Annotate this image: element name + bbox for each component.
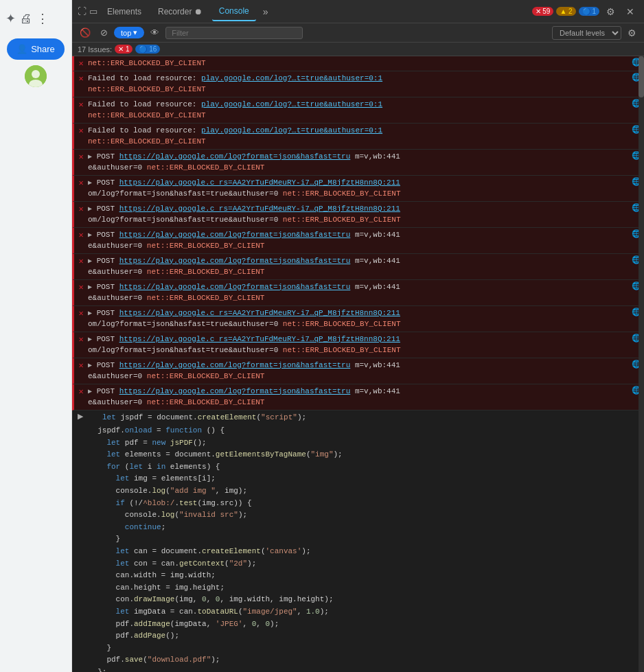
code-line: } xyxy=(72,642,644,655)
error-icon: ✕ xyxy=(78,178,83,188)
code-line: console.log("invalid src"); xyxy=(72,509,644,522)
console-content[interactable]: ✕ net::ERR_BLOCKED_BY_CLIENT 🌐 ✕ Failed … xyxy=(72,56,644,672)
warn-count-badge: ▲ 2 xyxy=(556,7,575,16)
code-line: let can = document.createElement('canvas… xyxy=(72,546,644,558)
code-line: for (let i in elements) { xyxy=(72,461,644,474)
print-icon[interactable]: 🖨 xyxy=(20,12,32,26)
table-row: ✕ ▶ POST https://play.google.com/log?for… xyxy=(72,280,644,306)
close-devtools-icon[interactable]: ✕ xyxy=(622,3,639,20)
code-line: let elements = document.getElementsByTag… xyxy=(72,449,644,461)
error-count-badge: ✕ 59 xyxy=(532,7,554,16)
table-row: ✕ ▶ POST https://play.google.com/log?for… xyxy=(72,150,644,176)
settings-icon[interactable]: ⚙ xyxy=(602,3,619,20)
table-row: ✕ ▶ POST https://play.google.c rs=AA2YrT… xyxy=(72,332,644,358)
devtools-mobile-icon[interactable]: ▭ xyxy=(89,6,97,16)
svg-point-1 xyxy=(32,70,40,78)
expand-icon[interactable]: ▶ xyxy=(75,412,86,421)
issues-label: 17 Issues: xyxy=(78,45,112,54)
error-icon: ✕ xyxy=(78,308,83,318)
table-row: ✕ ▶ POST https://play.google.c rs=AA2YrT… xyxy=(72,306,644,332)
table-row: ✕ ▶ POST https://play.google.com/log?for… xyxy=(72,254,644,280)
code-line: pdf.save("download.pdf"); xyxy=(72,654,644,667)
code-line: let jspdf = document.createElement("scri… xyxy=(86,412,309,424)
table-row: ✕ ▶ POST https://play.google.com/log?for… xyxy=(72,384,644,410)
error-icon: ✕ xyxy=(78,256,83,266)
info-count-badge: 🔵 1 xyxy=(579,7,599,16)
error-icon: ✕ xyxy=(78,152,83,162)
clear-console-icon[interactable]: 🚫 xyxy=(76,26,94,39)
kebab-menu[interactable]: ⋮ xyxy=(36,11,49,26)
scrollbar-track[interactable] xyxy=(639,56,644,672)
code-line: continue; xyxy=(72,522,644,534)
left-panel: ✦ 🖨 ⋮ 👤 Share xyxy=(0,0,72,672)
tab-elements[interactable]: Elements xyxy=(100,3,148,21)
code-line: can.height = img.height; xyxy=(72,582,644,594)
left-toolbar: ✦ 🖨 ⋮ xyxy=(0,7,71,30)
error-icon: ✕ xyxy=(78,126,83,136)
chevron-down-icon: ▾ xyxy=(133,28,137,37)
devtools-pointer-icon[interactable]: ⛶ xyxy=(78,6,87,16)
table-row: ✕ ▶ POST https://play.google.com/log?for… xyxy=(72,358,644,384)
error-icon: ✕ xyxy=(78,282,83,292)
table-row: ✕ net::ERR_BLOCKED_BY_CLIENT 🌐 xyxy=(72,56,644,71)
table-row: ✕ Failed to load resource: play.google.c… xyxy=(72,124,644,150)
table-row: ✕ ▶ POST https://play.google.c rs=AA2YrT… xyxy=(72,176,644,202)
console-settings-icon[interactable]: ⚙ xyxy=(624,26,640,40)
error-icon: ✕ xyxy=(78,386,83,397)
error-icon: ✕ xyxy=(78,334,83,345)
table-row: ✕ ▶ POST https://play.google.c rs=AA2YrT… xyxy=(72,202,644,228)
code-line: let con = can.getContext("2d"); xyxy=(72,558,644,570)
code-line: let img = elements[i]; xyxy=(72,473,644,485)
tab-recorder[interactable]: Recorder ⏺ xyxy=(151,3,209,21)
filter-icon[interactable]: ⊘ xyxy=(97,26,111,39)
share-button[interactable]: 👤 Share xyxy=(7,38,65,60)
code-line: pdf.addPage(); xyxy=(72,630,644,642)
log-levels-dropdown[interactable]: Default levels xyxy=(552,26,621,40)
code-line: pdf.addImage(imgData, 'JPEG', 0, 0); xyxy=(72,618,644,631)
code-prompt-row: ▶ let jspdf = document.createElement("sc… xyxy=(72,410,644,426)
code-line: if (!/^blob:/.test(img.src)) { xyxy=(72,498,644,510)
error-icon: ✕ xyxy=(78,360,83,371)
code-line: } xyxy=(72,533,644,546)
tab-console[interactable]: Console xyxy=(212,2,256,21)
code-line: jspdf.onload = function () { xyxy=(72,425,644,437)
devtools-topbar: ⛶ ▭ Elements Recorder ⏺ Console » ✕ 59 ▲… xyxy=(72,0,644,23)
issues-error-badge: ✕ 1 xyxy=(115,45,133,54)
error-icon: ✕ xyxy=(78,58,83,69)
scrollbar-thumb[interactable] xyxy=(639,56,644,97)
code-line: }; xyxy=(72,667,644,672)
code-line: con.drawImage(img, 0, 0, img.width, img.… xyxy=(72,594,644,606)
error-icon: ✕ xyxy=(78,204,83,214)
error-icon: ✕ xyxy=(78,73,83,84)
devtools-panel: ⛶ ▭ Elements Recorder ⏺ Console » ✕ 59 ▲… xyxy=(72,0,644,672)
eye-icon[interactable]: 👁 xyxy=(147,26,163,39)
code-line: let pdf = new jsPDF(); xyxy=(72,437,644,450)
code-line: can.width = img.width; xyxy=(72,570,644,582)
code-block: ▶ let jspdf = document.createElement("sc… xyxy=(72,410,644,673)
console-toolbar: 🚫 ⊘ top ▾ 👁 Default levels ⚙ xyxy=(72,23,644,43)
addon-icon[interactable]: ✦ xyxy=(5,11,16,26)
error-icon: ✕ xyxy=(78,230,83,240)
table-row: ✕ Failed to load resource: play.google.c… xyxy=(72,97,644,124)
code-line: let imgData = can.toDataURL("image/jpeg"… xyxy=(72,606,644,618)
share-icon: 👤 xyxy=(16,44,27,54)
table-row: ✕ Failed to load resource: play.google.c… xyxy=(72,71,644,97)
error-icon: ✕ xyxy=(78,100,83,110)
avatar[interactable] xyxy=(25,65,47,87)
issues-info-badge: 🔵 16 xyxy=(135,45,160,54)
table-row: ✕ ▶ POST https://play.google.com/log?for… xyxy=(72,228,644,254)
filter-input[interactable] xyxy=(165,27,303,39)
tab-more[interactable]: » xyxy=(259,3,273,20)
code-line: console.log("add img ", img); xyxy=(72,485,644,498)
issues-bar: 17 Issues: ✕ 1 🔵 16 xyxy=(72,43,644,56)
context-selector[interactable]: top ▾ xyxy=(114,27,144,38)
